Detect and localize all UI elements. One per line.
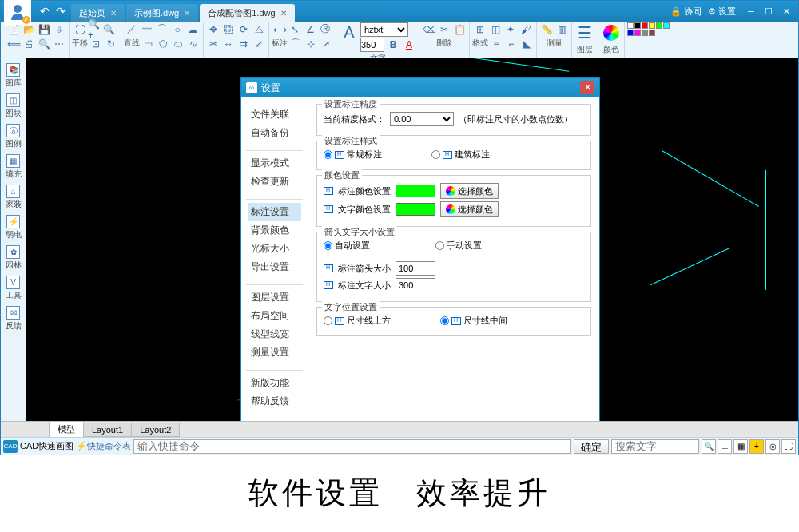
font-combo[interactable]: hztxt	[360, 22, 408, 37]
text-icon[interactable]: A	[339, 22, 360, 43]
close-icon[interactable]: ✕	[184, 9, 190, 18]
target-icon[interactable]: ◎	[765, 439, 780, 454]
spline-icon[interactable]: ∿	[186, 37, 201, 51]
settings-button[interactable]: ⚙ 设置	[708, 6, 736, 18]
dim-align-icon[interactable]: ⤡	[288, 22, 302, 37]
tab-example[interactable]: 示例图.dwg✕	[126, 4, 198, 22]
arrow-size-input[interactable]	[396, 261, 435, 276]
side-elec[interactable]: ⚡弱电	[2, 212, 25, 243]
ortho-icon[interactable]: ⊥	[718, 439, 732, 454]
find-icon[interactable]: 🔍	[37, 37, 51, 51]
nav-measure[interactable]: 测量设置	[248, 343, 301, 362]
block-icon[interactable]: ◫	[488, 22, 503, 37]
chamfer-icon[interactable]: ◣	[519, 37, 534, 51]
shortcut-link[interactable]: ⚡快捷命令表	[76, 440, 131, 452]
dim-angle-icon[interactable]: ∠	[303, 22, 317, 37]
bold-icon[interactable]: B	[386, 38, 400, 52]
side-tools[interactable]: V工具	[2, 273, 25, 304]
tab-layout2[interactable]: Layout2	[131, 423, 180, 437]
extend-icon[interactable]: ↔	[221, 37, 236, 51]
cut-icon[interactable]: ✂	[437, 22, 451, 37]
command-ok-button[interactable]: 确定	[574, 439, 609, 454]
minimize-icon[interactable]: ─	[742, 4, 760, 18]
highlight-icon[interactable]: +	[749, 439, 764, 454]
rotate-icon[interactable]: ⟳	[237, 22, 251, 37]
mirror-icon[interactable]: ⧋	[252, 22, 266, 37]
more-icon[interactable]: ⋯	[52, 37, 66, 51]
zoom-fit-icon[interactable]: ⊡	[89, 37, 103, 51]
close-window-icon[interactable]: ✕	[777, 4, 795, 18]
refresh-icon[interactable]: ↻	[104, 37, 118, 51]
fullscreen-icon[interactable]: ⛶	[781, 439, 796, 454]
layer-icon[interactable]: ☰	[574, 22, 595, 43]
textpos-above-radio[interactable]: 尺寸线上方	[324, 315, 391, 327]
color-palette[interactable]	[627, 22, 672, 36]
nav-whatsnew[interactable]: 新版功能	[248, 374, 301, 392]
polyline-icon[interactable]: 〰	[140, 22, 154, 37]
color-wheel-icon[interactable]	[601, 22, 622, 43]
dialog-titlebar[interactable]: ∞ 设置 ✕	[241, 78, 599, 97]
nav-file-assoc[interactable]: 文件关联	[248, 105, 301, 124]
nav-layer[interactable]: 图层设置	[248, 288, 301, 307]
explode-icon[interactable]: ✦	[503, 22, 518, 37]
line-icon[interactable]: ／	[125, 22, 139, 37]
save-icon[interactable]: 💾	[37, 22, 51, 37]
font-color-icon[interactable]: A	[402, 38, 416, 52]
export-icon[interactable]: ⇩	[52, 22, 66, 37]
move-icon[interactable]: ✥	[206, 22, 221, 37]
tab-model[interactable]: 模型	[49, 421, 84, 438]
collab-button[interactable]: 🔒 协同	[670, 6, 702, 18]
dim-arc-icon[interactable]: ⌒	[288, 37, 303, 51]
align-icon[interactable]: ≡	[489, 37, 503, 51]
zoom-out-icon[interactable]: 🔍-	[103, 22, 117, 37]
arc-icon[interactable]: ⌒	[155, 22, 169, 37]
font-size-input[interactable]	[360, 38, 384, 52]
dim-linear-icon[interactable]: ⟷	[272, 22, 287, 37]
nav-back-icon[interactable]: ↶	[38, 5, 52, 18]
search-input[interactable]	[611, 439, 699, 454]
circle-icon[interactable]: ○	[170, 22, 185, 37]
nav-export[interactable]: 导出设置	[248, 258, 301, 276]
side-library[interactable]: 📚图库	[2, 61, 25, 91]
paste-icon[interactable]: 📋	[452, 22, 467, 37]
copy-icon[interactable]: ⿻	[221, 22, 236, 37]
user-avatar[interactable]: ✔	[4, 0, 31, 25]
cloud-icon[interactable]: ☁	[185, 22, 200, 37]
search-icon[interactable]: 🔍	[702, 439, 716, 454]
text-size-input[interactable]	[396, 278, 435, 292]
zoom-in-icon[interactable]: 🔍+	[88, 22, 102, 37]
undo-icon[interactable]: ⟸	[6, 37, 21, 51]
nav-linetype[interactable]: 线型线宽	[248, 325, 301, 343]
dim-leader-icon[interactable]: ↗	[319, 37, 333, 51]
command-input[interactable]	[133, 439, 571, 454]
match-icon[interactable]: 🖌	[519, 22, 533, 37]
trim-icon[interactable]: ✂	[206, 37, 221, 51]
nav-update[interactable]: 检查更新	[248, 173, 301, 191]
side-home[interactable]: ⌂家装	[2, 182, 25, 212]
side-garden[interactable]: ✿园林	[2, 243, 25, 273]
side-legend[interactable]: Ⓐ图例	[2, 121, 25, 152]
tab-current[interactable]: 合成配管图1.dwg✕	[200, 4, 294, 22]
nav-help[interactable]: 帮助反馈	[248, 392, 301, 411]
offset-icon[interactable]: ⇉	[237, 37, 251, 51]
nav-bg-color[interactable]: 背景颜色	[248, 221, 301, 240]
maximize-icon[interactable]: ☐	[760, 4, 777, 18]
textpos-middle-radio[interactable]: 尺寸线中间	[440, 315, 507, 327]
side-feedback[interactable]: ✉反馈	[2, 304, 25, 334]
dim-radius-icon[interactable]: Ⓡ	[318, 22, 332, 37]
nav-forward-icon[interactable]: ↷	[54, 5, 68, 18]
fillet-icon[interactable]: ⌐	[504, 37, 519, 51]
area-icon[interactable]: ▥	[555, 22, 569, 37]
snap-icon[interactable]: ▦	[733, 439, 748, 454]
side-hatch[interactable]: ▦填充	[2, 152, 25, 182]
style-arch-radio[interactable]: 建筑标注	[431, 149, 490, 161]
precision-combo[interactable]: 0.00	[390, 112, 454, 126]
close-icon[interactable]: ✕	[280, 9, 287, 18]
text-color-picker[interactable]: 选择颜色	[440, 201, 499, 217]
arrow-auto-radio[interactable]: 自动设置	[324, 240, 370, 252]
erase-icon[interactable]: ⌫	[422, 22, 436, 37]
side-block[interactable]: ◫图块	[2, 91, 25, 121]
ellipse-icon[interactable]: ⬭	[171, 37, 185, 51]
nav-auto-backup[interactable]: 自动备份	[248, 124, 301, 142]
arrow-manual-radio[interactable]: 手动设置	[435, 240, 482, 252]
